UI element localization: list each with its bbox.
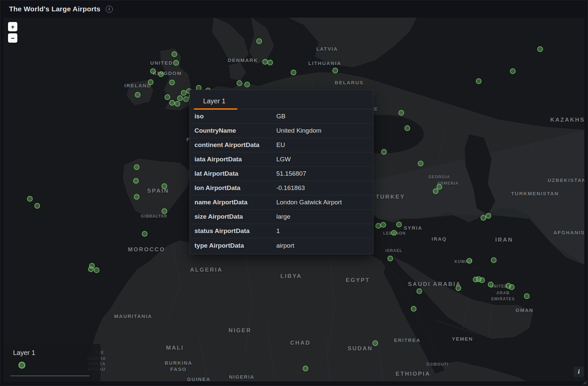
airport-marker[interactable] xyxy=(372,340,378,346)
tooltip-row-label: name AirportData xyxy=(195,199,276,206)
tooltip-row: continent AirportDataEU xyxy=(190,138,373,152)
tooltip-header: Layer 1 xyxy=(190,90,373,109)
tooltip-row-value: GB xyxy=(276,113,368,120)
tooltip-rows: isoGBCountryNameUnited Kingdomcontinent … xyxy=(190,109,373,253)
map-country-label: IRELAND xyxy=(124,82,152,88)
map-country-label: DJIBOUTI xyxy=(426,362,449,367)
map-country-label: UZBEKISTAN xyxy=(548,177,584,183)
map-country-label: YEMEN xyxy=(452,336,473,342)
map-country-label: FASO xyxy=(170,366,187,372)
airport-marker[interactable] xyxy=(332,68,338,73)
airport-marker[interactable] xyxy=(150,68,156,74)
tooltip-row: name AirportDataLondon Gatwick Airport xyxy=(190,195,373,210)
tooltip-row-value: airport xyxy=(276,242,368,249)
airport-marker[interactable] xyxy=(244,82,250,87)
airport-marker[interactable] xyxy=(169,100,175,106)
map-country-label: LIBYA xyxy=(280,273,302,280)
map-country-label: ETHIOPIA xyxy=(396,371,430,377)
map-country-label: IRAQ xyxy=(431,236,447,242)
legend-layer-title: Layer 1 xyxy=(13,349,100,357)
tooltip-row: lon AirportData-0.161863 xyxy=(190,181,373,195)
airport-marker[interactable] xyxy=(34,203,40,209)
map-country-label: BURKINA xyxy=(165,360,192,366)
tooltip-row-value: 51.156807 xyxy=(276,170,368,177)
zoom-out-button[interactable]: − xyxy=(8,33,17,43)
map-country-label: CHAD xyxy=(290,340,311,346)
map-country-label: EMIRATES xyxy=(491,297,515,301)
tooltip-row-label: lat AirportData xyxy=(195,170,276,177)
tooltip-row-label: size AirportData xyxy=(195,213,276,220)
airport-marker[interactable] xyxy=(169,80,175,85)
airport-marker[interactable] xyxy=(418,161,423,166)
tooltip-row-value: 1 xyxy=(276,227,368,235)
tooltip-row-label: iata AirportData xyxy=(195,156,276,163)
airport-marker[interactable] xyxy=(94,267,99,273)
airport-marker[interactable] xyxy=(158,71,164,77)
map-country-label: NIGER xyxy=(229,327,252,334)
airport-marker[interactable] xyxy=(88,266,94,272)
airport-marker[interactable] xyxy=(237,80,242,86)
airport-marker[interactable] xyxy=(142,231,148,237)
legend-scrollbar[interactable] xyxy=(10,375,90,376)
map-country-label: EGYPT xyxy=(346,277,370,284)
resize-handle-icon[interactable] xyxy=(582,380,587,385)
tooltip-row: type AirportDataairport xyxy=(190,238,373,253)
tooltip-row-value: United Kingdom xyxy=(276,127,368,134)
tooltip-row-value: LGW xyxy=(276,156,368,163)
map-country-label: GUINEA xyxy=(187,376,210,381)
panel-title: The World's Large Airports xyxy=(9,5,100,13)
attribution-info-button[interactable]: i xyxy=(574,367,584,377)
tooltip-row-label: type AirportData xyxy=(195,242,276,249)
airport-marker[interactable] xyxy=(175,101,180,107)
tooltip-row: size AirportDatalarge xyxy=(190,210,373,224)
tooltip-row: status AirportData1 xyxy=(190,224,373,238)
map-country-label: SAUDI ARABIA xyxy=(408,281,461,288)
airport-marker[interactable] xyxy=(375,223,381,229)
geomap-panel: The World's Large Airports i xyxy=(0,0,588,386)
tooltip-row-value: EU xyxy=(276,141,368,149)
map-country-label: ALGERIA xyxy=(190,267,223,273)
map-country-label: BELARUS xyxy=(335,80,364,85)
tooltip-row-label: iso xyxy=(195,113,276,120)
airport-marker[interactable] xyxy=(267,60,273,65)
airport-marker[interactable] xyxy=(391,230,397,236)
airport-marker[interactable] xyxy=(262,59,268,65)
info-circle-icon[interactable]: i xyxy=(106,6,113,13)
map-country-label: SPAIN xyxy=(147,188,169,194)
airport-marker[interactable] xyxy=(172,51,177,57)
map-country-label: KINGDOM xyxy=(153,70,182,76)
tooltip-row-value: -0.161863 xyxy=(276,184,368,192)
legend-marker-swatch xyxy=(18,362,25,369)
map-country-label: ISRAEL xyxy=(385,248,402,253)
map-country-label: LITHUANIA xyxy=(308,60,341,66)
airport-marker[interactable] xyxy=(433,188,438,194)
airport-marker[interactable] xyxy=(148,79,154,85)
airport-marker[interactable] xyxy=(387,256,393,261)
airport-marker[interactable] xyxy=(404,125,410,131)
map-country-label: NIGERIA xyxy=(229,374,255,379)
airport-marker[interactable] xyxy=(456,285,461,291)
tooltip-row-value: large xyxy=(276,213,368,220)
map-country-label: MALI xyxy=(166,345,184,351)
airport-marker[interactable] xyxy=(27,196,33,202)
airport-marker[interactable] xyxy=(481,215,486,221)
tooltip-row: isoGB xyxy=(190,109,373,124)
airport-marker[interactable] xyxy=(291,70,296,75)
airport-marker[interactable] xyxy=(134,164,139,170)
airport-marker[interactable] xyxy=(509,284,515,290)
map-country-label: DENMARK xyxy=(228,57,258,63)
zoom-in-button[interactable]: + xyxy=(8,22,17,31)
map-legend: Layer 1 xyxy=(4,344,100,381)
map-canvas[interactable]: UNITEDKINGDOMIRELANDLATVIALITHUANIADENMA… xyxy=(4,18,584,381)
map-country-label: SYRIA xyxy=(404,225,422,230)
map-country-label: SUDAN xyxy=(348,345,373,352)
tooltip-row-label: continent AirportData xyxy=(195,141,276,149)
map-country-label: GIBRALTAR xyxy=(141,214,168,219)
map-country-label: KAZAKHST xyxy=(550,117,584,123)
airport-marker[interactable] xyxy=(183,96,189,102)
panel-header: The World's Large Airports i xyxy=(0,0,588,18)
map-country-label: ARAB xyxy=(497,291,510,295)
airport-marker[interactable] xyxy=(173,60,179,66)
airport-marker[interactable] xyxy=(162,183,167,189)
airport-marker[interactable] xyxy=(177,95,183,101)
